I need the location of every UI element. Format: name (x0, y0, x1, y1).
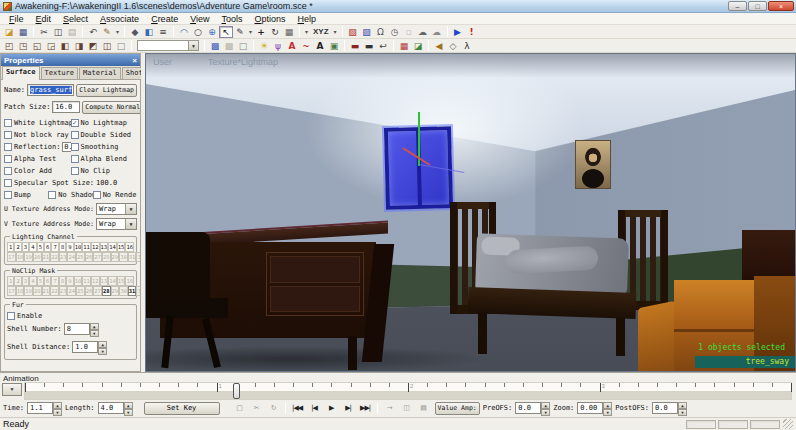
list-icon[interactable]: ≡ (156, 26, 170, 38)
spin-up-icon[interactable]: ▲ (98, 341, 107, 348)
spin-down-icon[interactable]: ▼ (603, 409, 612, 416)
color-add-checkbox[interactable] (4, 167, 12, 175)
spin-down-icon[interactable]: ▼ (98, 348, 107, 355)
alpha-test-checkbox[interactable] (4, 155, 12, 163)
import-window-icon[interactable]: ◧ (142, 26, 156, 38)
channel-21-toggle[interactable]: 21 (42, 286, 51, 296)
track-select-dropdown[interactable]: ▼ (2, 383, 22, 396)
time-input[interactable]: 1.1 (27, 402, 53, 414)
skip-start-icon[interactable]: |◀◀ (289, 402, 306, 414)
channel-25-toggle[interactable]: 25 (76, 286, 85, 296)
paste-icon[interactable]: ▤ (65, 26, 79, 38)
cube-red-icon[interactable]: ▧ (346, 26, 360, 38)
terrain-icon[interactable]: ◪ (411, 40, 425, 52)
channel-26-toggle[interactable]: 26 (85, 252, 94, 262)
channel-23-toggle[interactable]: 23 (59, 252, 68, 262)
channel-17-toggle[interactable]: 17 (7, 252, 16, 262)
run-icon[interactable]: ! (465, 26, 479, 38)
channel-3-toggle[interactable]: 3 (22, 242, 29, 252)
checkbox-fur-enable[interactable]: Enable (7, 312, 134, 320)
combo-arrow-icon[interactable]: ▼ (125, 204, 136, 214)
spin-up-icon[interactable]: ▲ (678, 402, 687, 409)
set-key-button[interactable]: Set Key (144, 402, 220, 415)
channel-19-toggle[interactable]: 19 (24, 252, 33, 262)
preofs-input[interactable]: 0.0 (515, 402, 541, 414)
channel-24-toggle[interactable]: 24 (67, 252, 76, 262)
car-icon[interactable]: ▬ (362, 40, 376, 52)
channel-17-toggle[interactable]: 17 (7, 286, 16, 296)
spin-down-icon[interactable]: ▼ (541, 409, 550, 416)
brush-icon[interactable]: ✎ (100, 26, 114, 38)
return-icon[interactable]: ↩ (376, 40, 390, 52)
menu-tools[interactable]: Tools (216, 13, 249, 25)
dropdown-caret-icon[interactable]: ▾ (114, 28, 121, 35)
channel-14-toggle[interactable]: 14 (108, 242, 117, 252)
light-icon[interactable]: ☀ (257, 40, 271, 52)
checkbox-white-lightmap[interactable]: White Lightmap (4, 119, 71, 127)
channel-21-toggle[interactable]: 21 (42, 252, 51, 262)
properties-panel-header[interactable]: Properties × (1, 54, 140, 66)
checkbox-double-sided[interactable]: Double Sided (71, 131, 138, 139)
channel-4-toggle[interactable]: 4 (29, 242, 36, 252)
channel-27-toggle[interactable]: 27 (93, 286, 102, 296)
postofs-stepper[interactable]: 0.0 ▲▼ (652, 402, 687, 414)
spin-up-icon[interactable]: ▲ (124, 402, 133, 409)
texture-icon[interactable]: ▩ (208, 40, 222, 52)
checkbox-reflection[interactable]: Reflection:0.5 (4, 142, 71, 152)
channel-14-toggle[interactable]: 14 (108, 276, 117, 286)
shell-number-stepper[interactable]: 8 ▲▼ (64, 323, 99, 335)
sound-icon[interactable]: ◀ (432, 40, 446, 52)
no-lightmap-checkbox[interactable]: ✓ (71, 119, 79, 127)
object-combobox[interactable]: ▼ (137, 40, 199, 51)
no-shadow-checkbox[interactable] (48, 191, 56, 199)
channel-13-toggle[interactable]: 13 (100, 276, 109, 286)
channel-5-toggle[interactable]: 5 (37, 276, 44, 286)
next-key-icon[interactable]: ▶| (340, 402, 357, 414)
align-bottom-icon[interactable]: ◨ (72, 40, 86, 52)
minimize-button[interactable]: – (728, 1, 747, 11)
channel-2-toggle[interactable]: 2 (14, 276, 21, 286)
timeline-ruler[interactable]: 123 (24, 382, 792, 400)
checkbox-color-add[interactable]: Color Add (4, 167, 71, 175)
channel-12-toggle[interactable]: 12 (91, 276, 100, 286)
channel-28-toggle[interactable]: 28 (102, 286, 111, 296)
dropdown-caret-icon[interactable]: ▾ (332, 28, 339, 35)
spin-down-icon[interactable]: ▼ (90, 330, 99, 337)
viewport-render-mode-label[interactable]: Texture*Lightmap (208, 57, 278, 67)
dropdown-caret-icon[interactable]: ▾ (303, 28, 310, 35)
channel-29-toggle[interactable]: 29 (111, 252, 120, 262)
channel-23-toggle[interactable]: 23 (59, 286, 68, 296)
checkbox-no-lightmap[interactable]: ✓No Lightmap (71, 119, 138, 127)
channel-31-toggle[interactable]: 31 (128, 252, 137, 262)
checkbox-alpha-test[interactable]: Alpha Test (4, 155, 71, 163)
title-bar[interactable]: Awakening-F:\AwakeningII 1.6\scenes\demo… (0, 0, 796, 13)
undo-icon[interactable]: ↶ (86, 26, 100, 38)
menu-help[interactable]: Help (292, 13, 323, 25)
align-top-icon[interactable]: ◲ (44, 40, 58, 52)
not-block-ray-checkbox[interactable] (4, 131, 12, 139)
menu-edit[interactable]: Edit (30, 13, 58, 25)
font-icon[interactable]: A (313, 40, 327, 52)
channel-10-toggle[interactable]: 10 (74, 276, 83, 286)
tab-material[interactable]: Material (79, 67, 121, 79)
cube-blue-icon[interactable]: ▨ (360, 26, 374, 38)
move-icon[interactable]: + (254, 26, 268, 38)
play-anim-icon[interactable]: ▶ (323, 402, 340, 414)
zoom-tool-icon[interactable]: ○ (191, 26, 205, 38)
u-texture-address-mode-dropdown[interactable]: Wrap▼ (96, 203, 137, 215)
value-amp-button[interactable]: Value Amp: (435, 402, 480, 415)
menu-view[interactable]: View (184, 13, 215, 25)
disabled-icon[interactable]: ▫ (402, 26, 416, 38)
channel-16-toggle[interactable]: 16 (125, 242, 134, 252)
spin-up-icon[interactable]: ▲ (90, 323, 99, 330)
checkbox-smoothing[interactable]: Smoothing (71, 143, 138, 151)
menu-options[interactable]: Options (249, 13, 292, 25)
actor-icon[interactable]: λ (460, 40, 474, 52)
zoom-input[interactable]: 0.00 (577, 402, 603, 414)
font-red-icon[interactable]: A (285, 40, 299, 52)
channel-27-toggle[interactable]: 27 (93, 252, 102, 262)
region-icon[interactable]: □ (236, 40, 250, 52)
spin-down-icon[interactable]: ▼ (678, 409, 687, 416)
channel-19-toggle[interactable]: 19 (24, 286, 33, 296)
channel-4-toggle[interactable]: 4 (29, 276, 36, 286)
